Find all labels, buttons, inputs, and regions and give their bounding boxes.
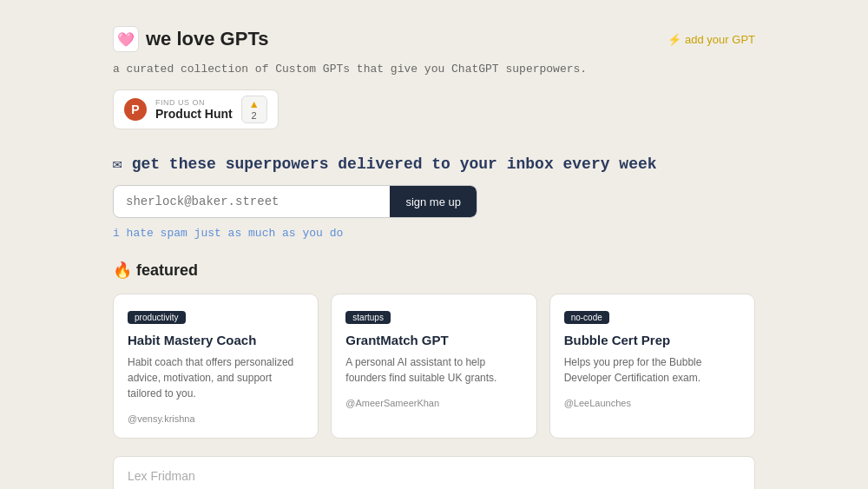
top-bar: 🩷 we love GPTs ⚡ add your GPT	[113, 26, 755, 52]
spam-note: i hate spam just as much as you do	[113, 227, 755, 240]
email-form: sign me up	[113, 185, 477, 218]
product-hunt-votes: ▲ 2	[241, 96, 267, 123]
search-bar[interactable]: Lex Fridman	[113, 456, 755, 489]
product-hunt-find-us: FIND US ON	[155, 98, 233, 107]
logo: 🩷 we love GPTs	[113, 26, 268, 52]
card-tag-0: productivity	[128, 311, 186, 324]
card-desc-0: Habit coach that offers personalized adv…	[128, 354, 304, 401]
card-title-2: Bubble Cert Prep	[564, 333, 740, 347]
newsletter-section: ✉ get these superpowers delivered to you…	[113, 154, 755, 240]
featured-heading: 🔥 featured	[113, 261, 755, 280]
featured-section: 🔥 featured productivity Habit Mastery Co…	[113, 261, 755, 439]
product-hunt-logo: P	[124, 98, 147, 121]
sign-up-button[interactable]: sign me up	[390, 186, 477, 217]
product-hunt-badge[interactable]: P FIND US ON Product Hunt ▲ 2	[113, 89, 279, 129]
logo-icon: 🩷	[113, 26, 139, 52]
featured-card-2[interactable]: no-code Bubble Cert Prep Helps you prep …	[549, 294, 755, 439]
search-placeholder: Lex Fridman	[128, 469, 195, 483]
logo-text: we love GPTs	[146, 28, 268, 50]
email-input[interactable]	[114, 186, 390, 217]
card-desc-1: A personal AI assistant to help founders…	[345, 354, 522, 386]
featured-card-0[interactable]: productivity Habit Mastery Coach Habit c…	[113, 294, 319, 439]
tagline: a curated collection of Custom GPTs that…	[113, 63, 755, 76]
card-title-0: Habit Mastery Coach	[128, 333, 304, 347]
card-author-2: @LeeLaunches	[564, 398, 740, 408]
card-author-0: @vensy.krishna	[128, 413, 304, 424]
card-desc-2: Helps you prep for the Bubble Developer …	[564, 354, 740, 386]
featured-card-1[interactable]: startups GrantMatch GPT A personal AI as…	[331, 294, 536, 439]
card-tag-2: no-code	[564, 311, 609, 324]
vote-arrow: ▲	[249, 98, 260, 110]
card-title-1: GrantMatch GPT	[345, 333, 522, 347]
product-hunt-text: FIND US ON Product Hunt	[155, 98, 233, 121]
add-gpt-button[interactable]: ⚡ add your GPT	[667, 33, 755, 46]
product-hunt-name: Product Hunt	[155, 107, 233, 121]
newsletter-heading: ✉ get these superpowers delivered to you…	[113, 154, 755, 173]
vote-count: 2	[252, 110, 257, 121]
featured-cards-grid: productivity Habit Mastery Coach Habit c…	[113, 294, 755, 439]
card-author-1: @AmeerSameerKhan	[345, 398, 522, 408]
card-tag-1: startups	[345, 311, 391, 324]
